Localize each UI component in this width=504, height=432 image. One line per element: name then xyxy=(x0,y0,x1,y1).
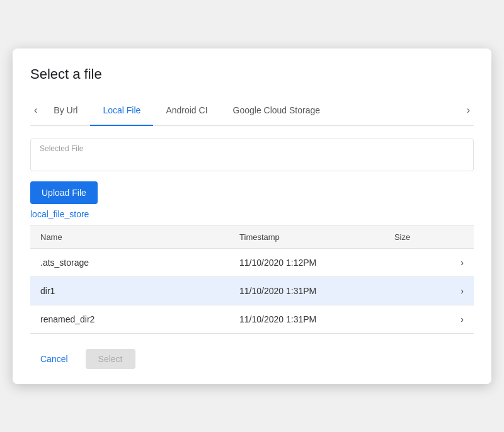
tabs-list: By Url Local File Android CI Google Clou… xyxy=(41,95,462,125)
tab-google-cloud-storage[interactable]: Google Cloud Storage xyxy=(220,95,333,125)
col-header-name: Name xyxy=(30,225,229,248)
file-name: renamed_dir2 xyxy=(30,305,229,333)
file-timestamp: 11/10/2020 1:31PM xyxy=(229,276,384,305)
table-row[interactable]: .ats_storage 11/10/2020 1:12PM › xyxy=(30,248,474,276)
upload-file-button[interactable]: Upload File xyxy=(30,181,98,204)
tab-by-url[interactable]: By Url xyxy=(41,95,90,125)
file-timestamp: 11/10/2020 1:31PM xyxy=(229,305,384,333)
col-header-timestamp: Timestamp xyxy=(229,225,384,248)
file-table: Name Timestamp Size .ats_storage 11/10/2… xyxy=(30,225,474,334)
selected-file-label: Selected File xyxy=(40,144,83,153)
tabs-container: ‹ By Url Local File Android CI Google Cl… xyxy=(30,95,474,126)
tab-local-file[interactable]: Local File xyxy=(90,95,153,125)
file-name: .ats_storage xyxy=(30,248,229,276)
select-file-dialog: Select a file ‹ By Url Local File Androi… xyxy=(13,48,491,384)
tabs-right-arrow[interactable]: › xyxy=(463,95,474,125)
file-store-link[interactable]: local_file_store xyxy=(30,209,474,219)
row-chevron-icon: › xyxy=(450,305,474,333)
dialog-footer: Cancel Select xyxy=(30,334,474,369)
file-size xyxy=(384,305,450,333)
table-row[interactable]: renamed_dir2 11/10/2020 1:31PM › xyxy=(30,305,474,333)
file-name: dir1 xyxy=(30,276,229,305)
cancel-button[interactable]: Cancel xyxy=(30,349,78,369)
row-chevron-icon: › xyxy=(450,248,474,276)
file-timestamp: 11/10/2020 1:12PM xyxy=(229,248,384,276)
table-row[interactable]: dir1 11/10/2020 1:31PM › xyxy=(30,276,474,305)
file-size xyxy=(384,248,450,276)
tab-android-ci[interactable]: Android CI xyxy=(153,95,220,125)
dialog-title: Select a file xyxy=(30,66,474,82)
col-header-arrow xyxy=(450,225,474,248)
select-button[interactable]: Select xyxy=(86,349,135,369)
tabs-left-arrow[interactable]: ‹ xyxy=(30,95,41,125)
table-header-row: Name Timestamp Size xyxy=(30,225,474,248)
selected-file-field: Selected File xyxy=(30,139,474,171)
row-chevron-icon: › xyxy=(450,276,474,305)
col-header-size: Size xyxy=(384,225,450,248)
file-size xyxy=(384,276,450,305)
